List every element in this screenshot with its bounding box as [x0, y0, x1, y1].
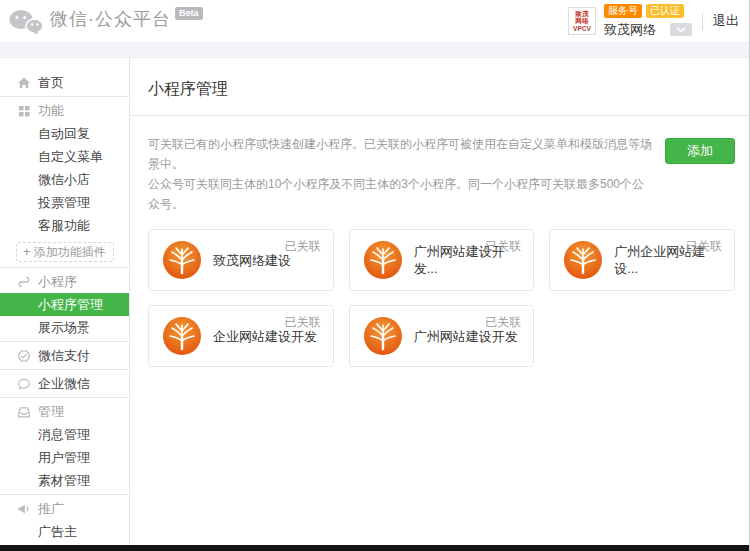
intro-text: 可关联已有的小程序或快速创建小程序。已关联的小程序可被使用在自定义菜单和模版消息…	[148, 134, 665, 214]
miniprogram-logo-icon	[163, 317, 201, 355]
miniprogram-icon	[17, 275, 31, 289]
sidebar: 首页 功能 自动回复 自定义菜单 微信小店 投票管理 客服功能 + 添加功能插件…	[0, 58, 130, 551]
beta-badge: Beta	[175, 7, 203, 20]
app-title: 微信·公众平台	[50, 4, 171, 34]
screenshot-bottom-edge	[0, 545, 749, 551]
sidebar-section-promotion: 推广	[0, 497, 129, 520]
sidebar-item-enterprise-wechat[interactable]: 企业微信	[0, 372, 129, 395]
miniprogram-card-grid: 致茂网络建设 已关联 广州网站建设开发... 已关联 广州企业网站建设... 已…	[148, 229, 735, 367]
chevron-down-icon[interactable]	[670, 23, 692, 36]
sidebar-separator	[0, 397, 129, 398]
avatar-text: 致茂	[570, 10, 595, 17]
linked-status-badge: 已关联	[285, 238, 321, 255]
page-title: 小程序管理	[130, 58, 749, 116]
enterprise-wechat-icon	[17, 377, 31, 391]
miniprogram-card[interactable]: 广州网站建设开发... 已关联	[349, 229, 535, 291]
sidebar-item-auto-reply[interactable]: 自动回复	[0, 122, 129, 145]
miniprogram-logo-icon	[364, 317, 402, 355]
add-plugin-button[interactable]: + 添加功能插件	[16, 242, 114, 262]
sidebar-section-manage: 管理	[0, 400, 129, 423]
sidebar-item-wechat-store[interactable]: 微信小店	[0, 168, 129, 191]
avatar-text: VPCV	[570, 25, 595, 32]
promotion-megaphone-icon	[17, 502, 31, 516]
account-name: 致茂网络	[604, 21, 656, 39]
linked-status-badge: 已关联	[285, 314, 321, 331]
linked-status-badge: 已关联	[485, 238, 521, 255]
miniprogram-card[interactable]: 致茂网络建设 已关联	[148, 229, 334, 291]
miniprogram-logo-icon	[163, 241, 201, 279]
page: 微信·公众平台 Beta 致茂 网络 VPCV 服务号 已认证 致茂网络	[0, 0, 750, 551]
sidebar-item-custom-menu[interactable]: 自定义菜单	[0, 145, 129, 168]
home-icon	[17, 76, 31, 90]
sidebar-item-wechat-pay[interactable]: 微信支付	[0, 344, 129, 367]
add-button[interactable]: 添加	[665, 138, 735, 164]
header: 微信·公众平台 Beta 致茂 网络 VPCV 服务号 已认证 致茂网络	[0, 0, 749, 42]
sidebar-item-message-manage[interactable]: 消息管理	[0, 423, 129, 446]
sidebar-item-advertiser[interactable]: 广告主	[0, 520, 129, 543]
miniprogram-name: 致茂网络建设	[213, 252, 291, 269]
sidebar-separator	[0, 494, 129, 495]
verified-badge: 已认证	[646, 4, 684, 18]
sidebar-separator	[0, 341, 129, 342]
sidebar-item-miniprogram-manage[interactable]: 小程序管理	[0, 293, 129, 316]
wechat-pay-icon	[17, 349, 31, 363]
service-account-badge: 服务号	[604, 4, 642, 18]
sidebar-item-display-scene[interactable]: 展示场景	[0, 316, 129, 339]
linked-status-badge: 已关联	[485, 314, 521, 331]
avatar-text: 网络	[570, 17, 595, 24]
sidebar-item-material-manage[interactable]: 素材管理	[0, 469, 129, 492]
miniprogram-card[interactable]: 广州网站建设开发 已关联	[349, 305, 535, 367]
miniprogram-card[interactable]: 广州企业网站建设... 已关联	[549, 229, 735, 291]
sidebar-separator	[0, 267, 129, 268]
sidebar-item-vote-manage[interactable]: 投票管理	[0, 191, 129, 214]
manage-inbox-icon	[17, 405, 31, 419]
main-content: 小程序管理 可关联已有的小程序或快速创建小程序。已关联的小程序可被使用在自定义菜…	[130, 58, 749, 551]
sidebar-separator	[0, 96, 129, 97]
logout-link[interactable]: 退出	[713, 12, 739, 30]
wechat-logo-icon	[8, 8, 44, 38]
sidebar-section-features: 功能	[0, 99, 129, 122]
header-divider	[702, 13, 703, 30]
miniprogram-logo-icon	[364, 241, 402, 279]
sidebar-item-customer-service[interactable]: 客服功能	[0, 214, 129, 237]
miniprogram-logo-icon	[564, 241, 602, 279]
account-avatar[interactable]: 致茂 网络 VPCV	[568, 7, 596, 35]
sidebar-section-miniprogram: 小程序	[0, 270, 129, 293]
miniprogram-card[interactable]: 企业网站建设开发 已关联	[148, 305, 334, 367]
features-grid-icon	[17, 104, 31, 118]
linked-status-badge: 已关联	[686, 238, 722, 255]
sidebar-item-user-manage[interactable]: 用户管理	[0, 446, 129, 469]
header-subband	[0, 42, 749, 58]
sidebar-separator	[0, 369, 129, 370]
sidebar-item-home[interactable]: 首页	[0, 71, 129, 94]
